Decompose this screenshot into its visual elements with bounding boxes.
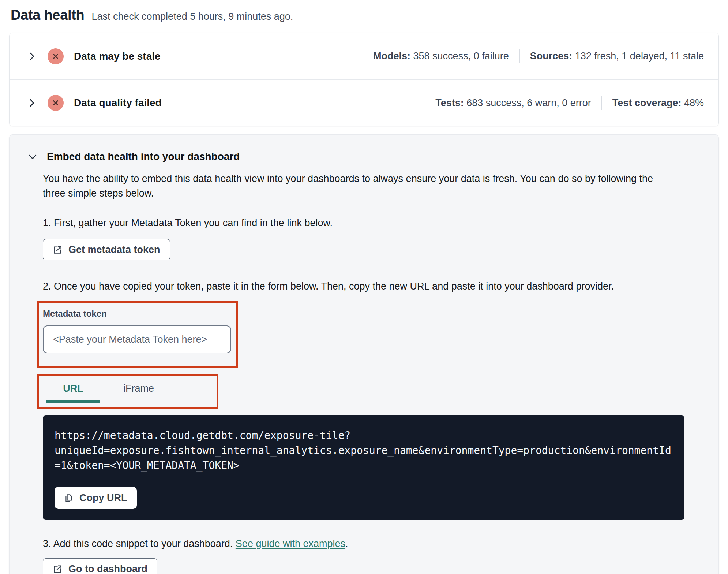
test-coverage-stat: Test coverage: 48% (612, 97, 704, 109)
button-label: Copy URL (79, 492, 127, 504)
models-stat: Models: 358 success, 0 failure (373, 51, 509, 62)
data-health-page: Data health Last check completed 5 hours… (0, 0, 728, 574)
page-title: Data health (11, 7, 85, 23)
metadata-token-label: Metadata token (43, 309, 233, 319)
embed-url-text: https://metadata.cloud.getdbt.com/exposu… (55, 428, 673, 473)
step1-text: 1. First, gather your Metadata Token you… (43, 217, 701, 229)
health-row-stats: Tests: 683 success, 6 warn, 0 error Test… (435, 96, 704, 110)
health-row-title: Data may be stale (74, 51, 161, 62)
chevron-right-icon[interactable] (26, 51, 37, 62)
tab-iframe[interactable]: iFrame (104, 379, 174, 402)
copy-url-button[interactable]: Copy URL (55, 487, 137, 509)
step2-text: 2. Once you have copied your token, past… (43, 281, 701, 292)
x-circle-icon (48, 48, 64, 64)
tab-url[interactable]: URL (43, 379, 104, 402)
get-metadata-token-button[interactable]: Get metadata token (43, 239, 170, 260)
tab-bar: URL iFrame (43, 379, 684, 402)
button-label: Go to dashboard (68, 563, 147, 574)
go-to-dashboard-button[interactable]: Go to dashboard (43, 558, 157, 574)
health-row-title: Data quality failed (74, 97, 162, 109)
stat-divider (601, 96, 602, 110)
embed-format-tabs: URL iFrame (43, 379, 684, 402)
embed-section-header[interactable]: Embed data health into your dashboard (27, 151, 701, 163)
step3-text: 3. Add this code snippet to your dashboa… (43, 538, 701, 549)
embed-content: You have the ability to embed this data … (27, 171, 701, 574)
copy-icon (64, 493, 74, 503)
guide-link[interactable]: See guide with examples (236, 538, 345, 549)
tests-stat: Tests: 683 success, 6 warn, 0 error (435, 97, 591, 109)
button-label: Get metadata token (68, 244, 160, 256)
chevron-right-icon[interactable] (26, 97, 37, 108)
sources-stat: Sources: 132 fresh, 1 delayed, 11 stale (530, 51, 704, 62)
page-header: Data health Last check completed 5 hours… (9, 7, 719, 23)
health-row-stats: Models: 358 success, 0 failure Sources: … (373, 49, 704, 63)
health-row-stale[interactable]: Data may be stale Models: 358 success, 0… (10, 33, 718, 79)
external-link-icon (53, 245, 63, 255)
metadata-token-input[interactable] (43, 325, 231, 353)
embed-panel: Embed data health into your dashboard Yo… (9, 134, 719, 574)
token-annotation-box: Metadata token (37, 301, 238, 368)
external-link-icon (53, 564, 63, 574)
stat-divider (519, 49, 520, 63)
embed-description: You have the ability to embed this data … (43, 171, 676, 201)
last-check-status: Last check completed 5 hours, 9 minutes … (92, 11, 293, 22)
chevron-down-icon[interactable] (27, 151, 38, 162)
x-circle-icon (48, 95, 64, 111)
embed-url-code-block: https://metadata.cloud.getdbt.com/exposu… (43, 415, 684, 520)
embed-section-title: Embed data health into your dashboard (47, 151, 240, 163)
health-summary-card: Data may be stale Models: 358 success, 0… (9, 33, 719, 126)
health-row-quality[interactable]: Data quality failed Tests: 683 success, … (10, 79, 718, 126)
